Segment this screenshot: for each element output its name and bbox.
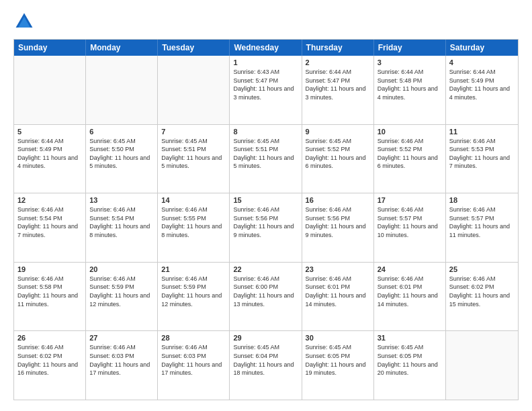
page: SundayMondayTuesdayWednesdayThursdayFrid… [0,0,532,411]
calendar-row: 19Sunrise: 6:46 AM Sunset: 5:58 PM Dayli… [14,263,518,332]
day-number: 2 [306,58,370,66]
cell-info: Sunrise: 6:45 AM Sunset: 5:51 PM Dayligh… [161,137,226,171]
day-number: 1 [233,58,298,66]
day-number: 15 [233,196,298,204]
day-number: 29 [233,334,298,342]
calendar-cell: 30Sunrise: 6:45 AM Sunset: 6:05 PM Dayli… [302,331,374,400]
cell-info: Sunrise: 6:46 AM Sunset: 5:57 PM Dayligh… [449,205,515,239]
header-day: Thursday [302,40,374,56]
header-day: Friday [374,40,446,56]
calendar-cell [158,56,230,124]
calendar-cell: 4Sunrise: 6:44 AM Sunset: 5:49 PM Daylig… [446,56,518,124]
cell-info: Sunrise: 6:46 AM Sunset: 5:59 PM Dayligh… [161,275,226,308]
day-number: 12 [17,196,82,204]
logo-icon [13,11,35,32]
calendar-cell [86,56,158,124]
cell-info: Sunrise: 6:45 AM Sunset: 5:51 PM Dayligh… [233,137,298,171]
calendar-cell: 8Sunrise: 6:45 AM Sunset: 5:51 PM Daylig… [230,125,302,193]
logo [13,11,38,32]
cell-info: Sunrise: 6:44 AM Sunset: 5:48 PM Dayligh… [378,68,442,101]
header-day: Wednesday [230,40,302,56]
calendar-body: 1Sunrise: 6:43 AM Sunset: 5:47 PM Daylig… [14,56,518,400]
calendar-cell: 2Sunrise: 6:44 AM Sunset: 5:47 PM Daylig… [302,56,374,124]
day-number: 13 [89,196,154,204]
cell-info: Sunrise: 6:45 AM Sunset: 5:52 PM Dayligh… [306,137,370,171]
calendar-cell: 1Sunrise: 6:43 AM Sunset: 5:47 PM Daylig… [230,56,302,124]
cell-info: Sunrise: 6:46 AM Sunset: 6:01 PM Dayligh… [378,275,442,308]
day-number: 5 [17,128,82,136]
cell-info: Sunrise: 6:44 AM Sunset: 5:49 PM Dayligh… [449,68,515,101]
calendar-cell: 17Sunrise: 6:46 AM Sunset: 5:57 PM Dayli… [374,193,446,262]
calendar-cell: 5Sunrise: 6:44 AM Sunset: 5:49 PM Daylig… [14,125,86,193]
header-day: Sunday [14,40,86,56]
calendar-cell: 28Sunrise: 6:46 AM Sunset: 6:03 PM Dayli… [158,331,230,400]
calendar-row: 5Sunrise: 6:44 AM Sunset: 5:49 PM Daylig… [14,125,518,194]
day-number: 20 [89,265,154,273]
cell-info: Sunrise: 6:46 AM Sunset: 5:53 PM Dayligh… [449,137,515,171]
day-number: 27 [89,334,154,342]
cell-info: Sunrise: 6:46 AM Sunset: 5:52 PM Dayligh… [378,137,442,171]
cell-info: Sunrise: 6:46 AM Sunset: 5:56 PM Dayligh… [306,205,370,239]
calendar-cell: 27Sunrise: 6:46 AM Sunset: 6:03 PM Dayli… [86,331,158,400]
header-day: Tuesday [158,40,230,56]
day-number: 28 [161,334,226,342]
cell-info: Sunrise: 6:45 AM Sunset: 6:05 PM Dayligh… [378,343,442,377]
day-number: 16 [306,196,370,204]
calendar-cell: 31Sunrise: 6:45 AM Sunset: 6:05 PM Dayli… [374,331,446,400]
cell-info: Sunrise: 6:44 AM Sunset: 5:49 PM Dayligh… [17,137,82,171]
day-number: 25 [449,265,515,273]
cell-info: Sunrise: 6:46 AM Sunset: 5:55 PM Dayligh… [161,205,226,239]
cell-info: Sunrise: 6:45 AM Sunset: 5:50 PM Dayligh… [89,137,154,171]
day-number: 3 [378,58,442,66]
day-number: 10 [378,128,442,136]
day-number: 9 [306,128,370,136]
day-number: 4 [449,58,515,66]
cell-info: Sunrise: 6:45 AM Sunset: 6:04 PM Dayligh… [233,343,298,377]
calendar-row: 1Sunrise: 6:43 AM Sunset: 5:47 PM Daylig… [14,56,518,125]
calendar-cell: 20Sunrise: 6:46 AM Sunset: 5:59 PM Dayli… [86,263,158,331]
header-day: Monday [86,40,158,56]
cell-info: Sunrise: 6:45 AM Sunset: 6:05 PM Dayligh… [306,343,370,377]
cell-info: Sunrise: 6:46 AM Sunset: 6:00 PM Dayligh… [233,275,298,308]
day-number: 24 [378,265,442,273]
calendar-cell: 22Sunrise: 6:46 AM Sunset: 6:00 PM Dayli… [230,263,302,331]
calendar-cell: 12Sunrise: 6:46 AM Sunset: 5:54 PM Dayli… [14,193,86,262]
calendar-cell: 6Sunrise: 6:45 AM Sunset: 5:50 PM Daylig… [86,125,158,193]
cell-info: Sunrise: 6:46 AM Sunset: 6:01 PM Dayligh… [306,275,370,308]
cell-info: Sunrise: 6:46 AM Sunset: 6:03 PM Dayligh… [161,343,226,377]
day-number: 7 [161,128,226,136]
calendar-cell: 16Sunrise: 6:46 AM Sunset: 5:56 PM Dayli… [302,193,374,262]
calendar-cell: 11Sunrise: 6:46 AM Sunset: 5:53 PM Dayli… [446,125,518,193]
cell-info: Sunrise: 6:46 AM Sunset: 5:54 PM Dayligh… [17,205,82,239]
calendar-cell: 13Sunrise: 6:46 AM Sunset: 5:54 PM Dayli… [86,193,158,262]
day-number: 14 [161,196,226,204]
cell-info: Sunrise: 6:46 AM Sunset: 6:03 PM Dayligh… [89,343,154,377]
calendar-cell: 14Sunrise: 6:46 AM Sunset: 5:55 PM Dayli… [158,193,230,262]
cell-info: Sunrise: 6:46 AM Sunset: 6:02 PM Dayligh… [17,343,82,377]
cell-info: Sunrise: 6:46 AM Sunset: 5:57 PM Dayligh… [378,205,442,239]
cell-info: Sunrise: 6:46 AM Sunset: 5:54 PM Dayligh… [89,205,154,239]
calendar: SundayMondayTuesdayWednesdayThursdayFrid… [13,39,519,400]
calendar-cell: 9Sunrise: 6:45 AM Sunset: 5:52 PM Daylig… [302,125,374,193]
calendar-cell [14,56,86,124]
day-number: 26 [17,334,82,342]
day-number: 30 [306,334,370,342]
calendar-cell: 26Sunrise: 6:46 AM Sunset: 6:02 PM Dayli… [14,331,86,400]
day-number: 23 [306,265,370,273]
calendar-header: SundayMondayTuesdayWednesdayThursdayFrid… [14,40,518,56]
day-number: 11 [449,128,515,136]
header-day: Saturday [446,40,518,56]
day-number: 31 [378,334,442,342]
cell-info: Sunrise: 6:46 AM Sunset: 5:56 PM Dayligh… [233,205,298,239]
calendar-cell: 23Sunrise: 6:46 AM Sunset: 6:01 PM Dayli… [302,263,374,331]
calendar-cell: 18Sunrise: 6:46 AM Sunset: 5:57 PM Dayli… [446,193,518,262]
calendar-cell: 25Sunrise: 6:46 AM Sunset: 6:02 PM Dayli… [446,263,518,331]
calendar-cell: 29Sunrise: 6:45 AM Sunset: 6:04 PM Dayli… [230,331,302,400]
cell-info: Sunrise: 6:46 AM Sunset: 6:02 PM Dayligh… [449,275,515,308]
day-number: 22 [233,265,298,273]
calendar-row: 12Sunrise: 6:46 AM Sunset: 5:54 PM Dayli… [14,193,518,263]
calendar-cell: 7Sunrise: 6:45 AM Sunset: 5:51 PM Daylig… [158,125,230,193]
calendar-row: 26Sunrise: 6:46 AM Sunset: 6:02 PM Dayli… [14,331,518,400]
cell-info: Sunrise: 6:44 AM Sunset: 5:47 PM Dayligh… [306,68,370,101]
calendar-cell [446,331,518,400]
